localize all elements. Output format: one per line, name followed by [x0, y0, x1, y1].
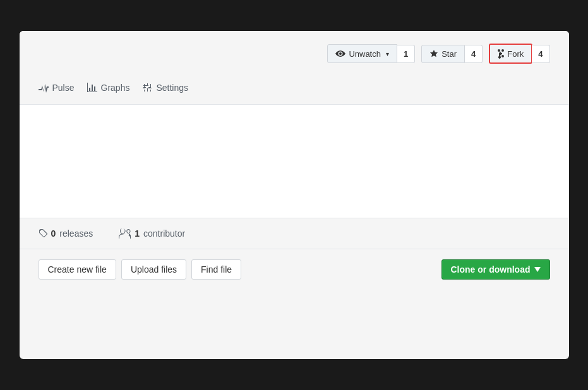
fork-button[interactable]: Fork — [489, 44, 532, 64]
actions-left: Create new file Upload files Find file — [39, 259, 242, 280]
pulse-icon — [39, 83, 49, 93]
star-button[interactable]: Star — [421, 45, 465, 63]
eye-icon — [335, 49, 345, 59]
settings-label: Settings — [156, 83, 188, 93]
fork-icon — [498, 49, 504, 59]
fork-label: Fork — [507, 49, 524, 59]
fork-count[interactable]: 4 — [532, 45, 549, 63]
unwatch-group: Unwatch ▾ 1 — [327, 44, 415, 63]
find-file-button[interactable]: Find file — [191, 259, 241, 280]
star-count[interactable]: 4 — [465, 45, 483, 63]
star-group: Star 4 — [421, 45, 483, 63]
tag-icon — [39, 228, 47, 239]
releases-label: releases — [59, 228, 93, 239]
releases-count: 0 — [51, 228, 56, 239]
contributors-link[interactable]: 1 contributor — [118, 228, 185, 239]
actions-row: Create new file Upload files Find file C… — [20, 249, 569, 290]
content-area — [20, 105, 569, 218]
top-bar: Unwatch ▾ 1 Star 4 Fork 4 — [20, 31, 569, 64]
stats-row: 0 releases 1 contributor — [20, 218, 569, 249]
unwatch-dropdown-arrow: ▾ — [386, 50, 389, 57]
releases-link[interactable]: 0 releases — [39, 228, 93, 239]
star-icon — [429, 49, 438, 58]
clone-dropdown-icon — [534, 266, 541, 273]
graphs-label: Graphs — [101, 83, 130, 93]
star-label: Star — [441, 49, 457, 59]
graphs-icon — [87, 83, 97, 93]
pulse-label: Pulse — [52, 83, 75, 93]
contributors-count: 1 — [135, 228, 140, 239]
nav-bar: Pulse Graphs Settings — [20, 70, 569, 105]
contributors-icon — [118, 228, 131, 239]
clone-or-download-button[interactable]: Clone or download — [441, 259, 550, 280]
clone-label: Clone or download — [451, 264, 531, 275]
nav-item-settings[interactable]: Settings — [142, 83, 188, 98]
contributors-label: contributor — [143, 228, 185, 239]
nav-item-graphs[interactable]: Graphs — [87, 83, 130, 98]
nav-item-pulse[interactable]: Pulse — [39, 83, 75, 98]
unwatch-label: Unwatch — [349, 49, 381, 59]
main-card: Unwatch ▾ 1 Star 4 Fork 4 — [20, 31, 569, 359]
settings-icon — [142, 83, 152, 93]
create-new-file-button[interactable]: Create new file — [39, 259, 116, 280]
upload-files-button[interactable]: Upload files — [121, 259, 186, 280]
unwatch-button[interactable]: Unwatch ▾ — [327, 44, 397, 63]
fork-group: Fork 4 — [489, 44, 549, 64]
unwatch-count[interactable]: 1 — [397, 45, 415, 63]
